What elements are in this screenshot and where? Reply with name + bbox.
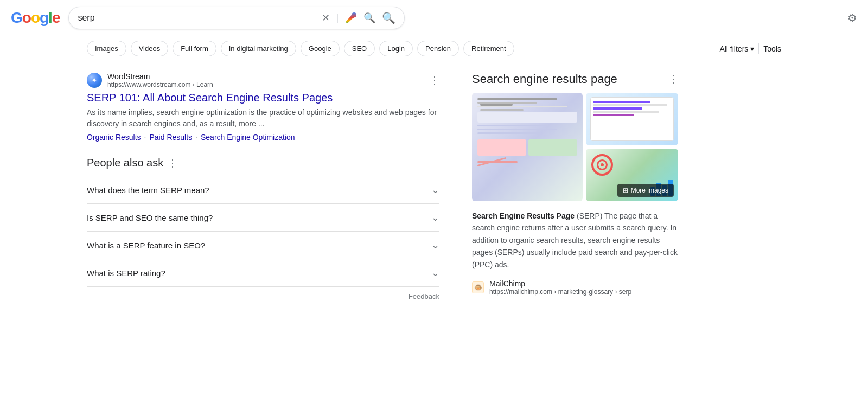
result-more-button[interactable]: ⋮ xyxy=(430,74,439,86)
search-bar[interactable]: ✕ | 🎤 🔍 🔍 xyxy=(68,7,405,29)
link-separator-1: · xyxy=(144,133,146,142)
paa-question-3: What is SERP rating? xyxy=(87,268,165,278)
filter-chip-seo[interactable]: SEO xyxy=(344,41,375,56)
kp-source-info: MailChimp https://mailchimp.com › market… xyxy=(489,279,631,296)
kp-source: 🐵 MailChimp https://mailchimp.com › mark… xyxy=(472,279,678,296)
header-right: ⚙ xyxy=(847,11,857,24)
paa-item-3[interactable]: What is SERP rating? ⌄ xyxy=(87,259,439,287)
search-result: ✦ WordStream https://www.wordstream.com … xyxy=(87,72,439,142)
paa-question-1: Is SERP and SEO the same thing? xyxy=(87,213,213,222)
source-name: WordStream xyxy=(107,72,424,81)
filter-bar: Images Videos Full form In digital marke… xyxy=(0,36,868,61)
result-links: Organic Results · Paid Results · Search … xyxy=(87,133,439,142)
filter-right: All filters ▾ Tools xyxy=(719,43,781,54)
kp-description: Search Engine Results Page (SERP) The pa… xyxy=(472,210,678,271)
main-content: ✦ WordStream https://www.wordstream.com … xyxy=(0,61,868,317)
paa-question-0: What does the term SERP mean? xyxy=(87,185,209,195)
kp-description-strong: Search Engine Results Page xyxy=(472,212,575,220)
kp-more-button[interactable]: ⋮ xyxy=(668,73,678,85)
tools-button[interactable]: Tools xyxy=(763,44,781,53)
image-grid-icon: ⊞ xyxy=(623,187,628,194)
result-source: ✦ WordStream https://www.wordstream.com … xyxy=(87,72,439,88)
result-link-paid[interactable]: Paid Results xyxy=(149,133,192,142)
paa-chevron-1: ⌄ xyxy=(431,212,439,223)
logo-letter-o2: o xyxy=(31,9,40,26)
paa-item-2[interactable]: What is a SERP feature in SEO? ⌄ xyxy=(87,231,439,259)
logo-letter-o1: o xyxy=(22,9,31,26)
result-link-organic[interactable]: Organic Results xyxy=(87,133,141,142)
logo-letter-e: e xyxy=(52,9,60,26)
all-filters-label: All filters xyxy=(719,44,748,53)
settings-icon[interactable]: ⚙ xyxy=(847,11,857,24)
paa-chevron-0: ⌄ xyxy=(431,184,439,196)
clear-icon[interactable]: ✕ xyxy=(322,12,330,24)
source-info: WordStream https://www.wordstream.com › … xyxy=(107,72,424,88)
people-also-ask-section: People also ask ⋮ What does the term SER… xyxy=(87,157,439,287)
result-snippet: As its name implies, search engine optim… xyxy=(87,107,439,130)
right-column: Search engine results page ⋮ xyxy=(472,72,678,306)
search-icon[interactable]: 🔍 xyxy=(382,11,395,24)
paa-header: People also ask ⋮ xyxy=(87,157,439,169)
knowledge-panel: Search engine results page ⋮ xyxy=(472,72,678,296)
kp-image-right-bottom[interactable]: ⊞ More images xyxy=(586,149,678,201)
link-separator-2: · xyxy=(195,133,197,142)
filter-chip-pension[interactable]: Pension xyxy=(417,41,459,56)
kp-title: Search engine results page xyxy=(472,72,617,86)
logo-letter-G: G xyxy=(11,9,22,26)
paa-chevron-3: ⌄ xyxy=(431,267,439,279)
kp-source-favicon: 🐵 xyxy=(472,281,484,293)
paa-item-1[interactable]: Is SERP and SEO the same thing? ⌄ xyxy=(87,203,439,231)
result-favicon: ✦ xyxy=(87,73,102,88)
result-link-seo[interactable]: Search Engine Optimization xyxy=(201,133,295,142)
more-images-label: More images xyxy=(631,187,668,194)
feedback-row[interactable]: Feedback xyxy=(87,287,439,306)
all-filters-button[interactable]: All filters ▾ xyxy=(719,44,754,53)
filter-chip-fullform[interactable]: Full form xyxy=(173,41,216,56)
filter-chip-digital[interactable]: In digital marketing xyxy=(221,41,296,56)
google-lens-icon[interactable]: 🔍 xyxy=(363,12,375,24)
header: Google ✕ | 🎤 🔍 🔍 ⚙ xyxy=(0,0,868,36)
google-logo: Google xyxy=(11,9,60,27)
kp-header: Search engine results page ⋮ xyxy=(472,72,678,86)
filter-chip-google[interactable]: Google xyxy=(301,41,340,56)
kp-source-url: https://mailchimp.com › marketing-glossa… xyxy=(489,288,631,296)
filter-chip-retirement[interactable]: Retirement xyxy=(463,41,514,56)
feedback-label: Feedback xyxy=(409,292,439,300)
filter-chip-videos[interactable]: Videos xyxy=(131,41,169,56)
separator-icon: | xyxy=(336,12,339,24)
result-title[interactable]: SERP 101: All About Search Engine Result… xyxy=(87,91,439,105)
paa-item-0[interactable]: What does the term SERP mean? ⌄ xyxy=(87,176,439,203)
vertical-divider xyxy=(758,43,759,54)
search-input[interactable] xyxy=(78,13,315,23)
search-icons: ✕ | 🎤 🔍 🔍 xyxy=(322,11,396,24)
paa-chevron-2: ⌄ xyxy=(431,239,439,251)
microphone-icon[interactable]: 🎤 xyxy=(345,12,357,24)
filter-chip-login[interactable]: Login xyxy=(379,41,413,56)
kp-source-name: MailChimp xyxy=(489,279,631,288)
filter-chip-images[interactable]: Images xyxy=(87,41,126,56)
paa-more-button[interactable]: ⋮ xyxy=(168,157,177,169)
kp-image-right-top[interactable] xyxy=(586,93,678,145)
kp-images-right: ⊞ More images xyxy=(586,93,678,201)
mailchimp-icon: 🐵 xyxy=(474,284,482,291)
kp-image-left[interactable] xyxy=(472,93,583,201)
paa-title: People also ask xyxy=(87,157,163,169)
logo-letter-g: g xyxy=(40,9,48,26)
wordstream-logo-icon: ✦ xyxy=(91,76,98,85)
kp-description-abbr: (SERP) xyxy=(577,212,602,220)
chevron-down-icon: ▾ xyxy=(750,44,754,53)
paa-question-2: What is a SERP feature in SEO? xyxy=(87,241,205,250)
kp-images: ⊞ More images xyxy=(472,93,678,201)
logo-letter-l: l xyxy=(48,9,52,26)
more-images-button[interactable]: ⊞ More images xyxy=(617,184,674,197)
left-column: ✦ WordStream https://www.wordstream.com … xyxy=(87,72,439,306)
source-url: https://www.wordstream.com › Learn xyxy=(107,81,424,88)
